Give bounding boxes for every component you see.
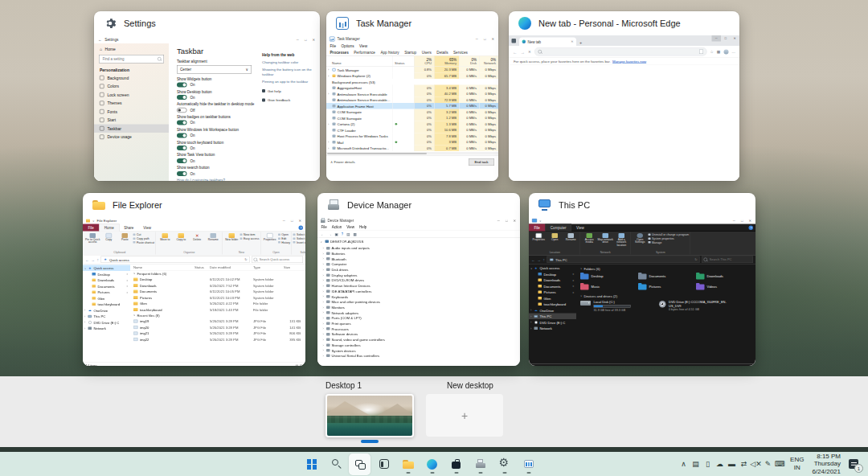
get-help-link[interactable]: Get help (262, 88, 315, 92)
window-card-file-explorer[interactable]: File Explorer ∨ File Explorer ─□✕ File H… (83, 193, 305, 366)
ribbon-small-button[interactable]: Manage (649, 241, 690, 244)
menu-item[interactable]: View (346, 225, 354, 229)
tree-item[interactable]: touchkeyboard (83, 302, 130, 308)
folder-tile[interactable]: Downloads (696, 272, 751, 281)
new-tab-button[interactable]: + (579, 40, 582, 47)
tree-item[interactable]: touchkeyboard (529, 302, 576, 308)
file-row[interactable]: img20 5/26/2021 3:28 PM JPG File 141 KB (130, 324, 305, 330)
device-tree-root[interactable]: DESKTOP-AQ82O5S (320, 239, 518, 244)
file-row[interactable]: Pictures 6/11/2021 10:03 PM System folde… (130, 294, 305, 301)
process-row[interactable]: Cortana (2) 0% 1.3 MB 0 MB/s 0 Mbps (326, 121, 498, 128)
window-card-task-manager[interactable]: Task Manager Task Manager ─□✕ FileOption… (326, 11, 498, 181)
refresh-icon[interactable]: ↻ (694, 258, 697, 262)
toggle-switch[interactable] (177, 171, 187, 176)
process-row[interactable]: COM Surrogate 0% 1.2 MB 0 MB/s 0 Mbps (326, 115, 498, 121)
device-category[interactable]: IDE ATA/ATAPI controllers (320, 289, 518, 294)
ribbon-small-button[interactable]: Paste shortcut (133, 241, 155, 244)
toggle-switch[interactable] (177, 121, 187, 125)
ribbon-button[interactable]: Properties (262, 232, 278, 241)
ribbon-tab[interactable]: Share (119, 224, 138, 232)
tray-icon[interactable]: ∧ (678, 460, 690, 468)
ribbon-small-button[interactable]: New item (240, 233, 260, 236)
forward-icon[interactable]: → (537, 257, 541, 262)
device-category[interactable]: Human Interface Devices (320, 283, 518, 289)
drive-item[interactable]: DVD Drive (E:) CCCOMA_X64FRE_EN-US_DV9 0… (659, 300, 727, 312)
taskbar-app-button[interactable] (445, 453, 467, 475)
ribbon-button[interactable]: Properties (531, 232, 547, 241)
process-row[interactable]: Host Process for Windows Tasks 0% 7.8 MB… (326, 133, 498, 140)
device-category[interactable]: Batteries (320, 251, 518, 256)
folder-tile[interactable]: Desktop (580, 272, 636, 281)
tree-item[interactable]: Glen (529, 295, 576, 302)
menu-item[interactable]: View (359, 43, 367, 47)
explorer-search-input[interactable] (259, 257, 301, 262)
more-menu-icon[interactable]: … (731, 50, 735, 55)
tray-icon[interactable]: ⌨ (774, 460, 786, 468)
address-bar[interactable] (534, 47, 707, 56)
notification-center-icon[interactable]: 1 (847, 458, 860, 470)
taskbar-app-button[interactable] (325, 453, 346, 475)
taskbar-app-button[interactable] (301, 453, 322, 475)
toggle-switch[interactable] (177, 82, 187, 87)
settings-nav-item[interactable]: Fonts (94, 108, 169, 117)
window-controls[interactable]: ─□✕ (282, 219, 303, 223)
search-box[interactable] (702, 256, 753, 264)
new-desktop-button[interactable]: + (426, 394, 503, 437)
help-link[interactable]: Pinning an app to the taskbar (262, 79, 315, 83)
tray-icon[interactable]: ✎ (762, 460, 774, 468)
forward-icon[interactable]: → (328, 232, 332, 236)
device-category[interactable]: Universal Serial Bus controllers (320, 353, 518, 359)
window-card-edge[interactable]: New tab - Personal - Microsoft Edge New … (509, 11, 739, 181)
ribbon-small-button[interactable]: Invert selection (293, 241, 305, 244)
tab[interactable]: App history (380, 50, 399, 54)
file-row[interactable]: touchkeyboard 5/18/2021 1:43 PM File fol… (130, 306, 305, 313)
ribbon-tab[interactable]: Computer (545, 224, 571, 232)
device-category[interactable]: Ports (COM & LPT) (320, 315, 518, 321)
process-table-header[interactable]: Name Status 2%CPU 65%Memory 0%Disk 0%Net… (326, 56, 498, 68)
breadcrumb[interactable]: This PC ↻ (547, 256, 699, 264)
menu-item[interactable]: File (330, 43, 336, 47)
device-category[interactable]: System devices (320, 347, 518, 353)
toggle-switch[interactable] (177, 158, 187, 163)
ribbon-small-button[interactable]: System properties (649, 237, 690, 240)
file-row[interactable]: Desktop 6/11/2021 10:02 PM System folder (130, 277, 305, 283)
tab[interactable]: Processes (330, 50, 349, 54)
help-icon[interactable]: ? (749, 225, 754, 230)
help-icon[interactable]: ? (342, 232, 344, 236)
tree-item[interactable]: Desktop (529, 271, 576, 277)
device-category[interactable]: Software devices (320, 331, 518, 337)
tree-item[interactable]: Downloads (83, 277, 130, 284)
folder-tile[interactable]: Videos (696, 282, 751, 292)
section-folders[interactable]: Folders (6) (580, 267, 755, 271)
tree-item[interactable]: OneDrive (83, 307, 130, 314)
tray-icon[interactable]: ◁✕ (750, 460, 762, 468)
qat-chevron-icon[interactable]: ∨ (92, 219, 95, 222)
file-menu[interactable]: File (529, 224, 545, 232)
file-row[interactable]: img19 5/26/2021 3:28 PM JPG File 131 KB (130, 318, 305, 325)
sidebar-item-home[interactable]: ⌂ Home (94, 44, 169, 53)
device-category[interactable]: Computer (320, 261, 518, 267)
end-task-button[interactable]: End task (469, 158, 494, 166)
section-drives[interactable]: Devices and drives (2) (580, 294, 755, 298)
tree-item[interactable]: Pictures (529, 289, 576, 296)
menu-item[interactable]: Action (332, 225, 342, 229)
column-headers[interactable]: Name Status Date modified Type Size (130, 265, 305, 271)
tree-item[interactable]: Quick access (529, 265, 576, 272)
ribbon-tab[interactable]: View (571, 224, 589, 232)
process-row[interactable]: Antimalware Service Executable 0% 40.2 M… (326, 91, 498, 97)
taskbar-app-button[interactable] (421, 453, 443, 475)
ribbon-button[interactable]: Pin to Quick access (85, 232, 101, 244)
toggle-switch[interactable] (177, 108, 187, 113)
folder-tile[interactable]: Pictures (638, 282, 694, 292)
ribbon-button[interactable]: Rename (206, 232, 222, 241)
language-indicator[interactable]: ENG IN (786, 456, 808, 471)
file-row[interactable]: Documents 6/11/2021 10:05 PM System fold… (130, 289, 305, 295)
process-row[interactable]: Antimalware Service Executable... 0% 72.… (326, 97, 498, 104)
window-card-settings[interactable]: Settings ← Settings ─□✕ ⌂ Home (94, 11, 320, 181)
taskbar-app-button[interactable] (397, 453, 419, 475)
scan-icon[interactable]: ▦ (354, 232, 357, 236)
process-row[interactable]: Application Frame Host 0% 5.7 MB 0 MB/s … (326, 103, 498, 109)
collections-icon[interactable]: ▦ (717, 50, 720, 55)
favorites-icon[interactable]: ☆ (710, 50, 713, 55)
tray-icon[interactable]: ▯ (702, 460, 714, 468)
